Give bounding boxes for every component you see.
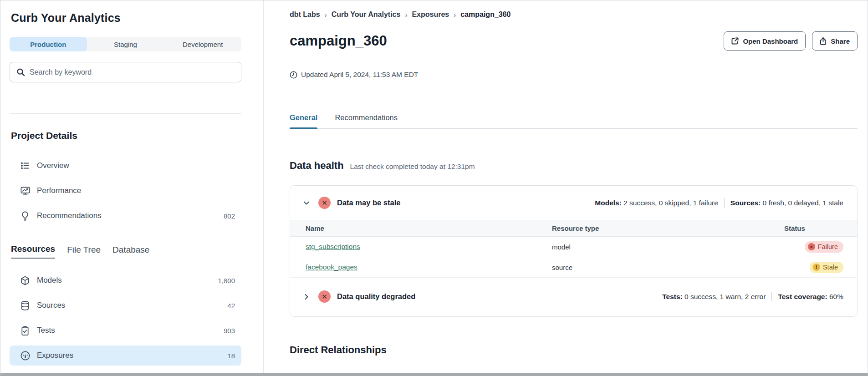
chevron-down-icon[interactable] xyxy=(303,199,311,207)
status-badge-label: Stale xyxy=(823,264,838,271)
resource-type-cell: model xyxy=(552,243,758,251)
status-badge-failure: ✕ Failure xyxy=(805,241,843,253)
sidebar-item-sources[interactable]: Sources 42 xyxy=(10,295,241,315)
item-count: 18 xyxy=(227,352,235,360)
column-header-name: Name xyxy=(306,224,552,232)
failure-x-icon: ✕ xyxy=(808,243,815,250)
env-tab-development[interactable]: Development xyxy=(164,37,241,51)
resource-link-facebook-pages[interactable]: facebook_pages xyxy=(306,263,357,271)
item-count: 1,800 xyxy=(218,277,235,285)
data-health-card: ✕ Data may be stale Models: 2 success, 0… xyxy=(290,185,858,317)
item-count: 802 xyxy=(224,212,235,220)
quality-section-header[interactable]: ✕ Data quality degraded Tests: 0 success… xyxy=(290,278,857,316)
column-header-status: Status xyxy=(758,224,843,232)
tab-recommendations[interactable]: Recommendations xyxy=(335,113,398,128)
resource-type-cell: source xyxy=(552,264,758,271)
stale-section-header[interactable]: ✕ Data may be stale Models: 2 success, 0… xyxy=(290,186,857,220)
stale-warning-icon: ! xyxy=(813,264,820,271)
chevron-right-icon[interactable] xyxy=(303,293,311,300)
cube-icon xyxy=(20,276,30,285)
search-box[interactable] xyxy=(10,62,241,82)
lightbulb-icon xyxy=(20,211,30,221)
project-title: Curb Your Analytics xyxy=(11,11,241,25)
detail-tabs: General Recommendations xyxy=(290,113,858,129)
models-value: 2 success, 0 skipped, 1 failure xyxy=(623,199,718,207)
data-health-header: Data health Last check completed today a… xyxy=(290,160,858,172)
header-actions: Open Dashboard Share xyxy=(724,31,858,51)
external-link-icon xyxy=(731,37,739,45)
tab-database[interactable]: Database xyxy=(112,245,149,259)
sidebar-item-exposures[interactable]: Exposures 18 xyxy=(10,346,241,366)
share-button[interactable]: Share xyxy=(812,31,858,51)
breadcrumb-project[interactable]: Curb Your Analytics xyxy=(332,10,401,19)
table-row: stg_subscriptions model ✕ Failure xyxy=(290,237,857,257)
status-badge-label: Failure xyxy=(818,243,838,250)
status-badge-stale: ! Stale xyxy=(810,262,843,273)
sources-value: 0 fresh, 0 delayed, 1 stale xyxy=(762,199,843,207)
page-title: campaign_360 xyxy=(290,33,387,49)
resource-view-tabs: Resources File Tree Database xyxy=(11,244,241,259)
tab-resources[interactable]: Resources xyxy=(11,244,55,259)
performance-icon xyxy=(20,186,30,195)
sidebar-item-performance[interactable]: Performance xyxy=(10,181,241,201)
stale-resources-table: Name Resource type Status stg_subscripti… xyxy=(290,220,857,278)
last-check-text: Last check completed today at 12:31pm xyxy=(350,163,475,171)
sidebar-item-label: Tests xyxy=(37,326,55,335)
column-header-resource-type: Resource type xyxy=(552,224,758,232)
sidebar-item-label: Overview xyxy=(37,161,69,170)
list-icon xyxy=(20,161,30,170)
sidebar-item-recommendations[interactable]: Recommendations 802 xyxy=(10,206,241,226)
models-label: Models: xyxy=(595,199,622,207)
sources-label: Sources: xyxy=(730,199,761,207)
coverage-label: Test coverage: xyxy=(778,293,827,300)
project-details-list: Overview Performance xyxy=(10,156,241,226)
breadcrumb-dbt-labs[interactable]: dbt Labs xyxy=(290,10,320,19)
stale-section-title: Data may be stale xyxy=(337,198,400,207)
coverage-value: 60% xyxy=(829,293,843,300)
data-health-heading: Data health xyxy=(290,160,344,172)
main-content: dbt Labs › Curb Your Analytics › Exposur… xyxy=(264,0,868,373)
direct-relationships-heading: Direct Relationships xyxy=(290,344,858,356)
quality-section-stats: Tests: 0 success, 1 warn, 2 error Test c… xyxy=(662,292,843,301)
chevron-right-icon: › xyxy=(405,11,407,19)
open-dashboard-label: Open Dashboard xyxy=(743,37,798,45)
breadcrumb-current: campaign_360 xyxy=(460,10,511,19)
sidebar-item-label: Exposures xyxy=(37,351,73,360)
search-icon xyxy=(16,68,25,76)
project-details-heading: Project Details xyxy=(11,130,241,141)
table-header-row: Name Resource type Status xyxy=(290,220,857,237)
stats-divider xyxy=(724,198,725,208)
env-tab-production[interactable]: Production xyxy=(10,37,87,51)
database-icon xyxy=(20,301,30,310)
clipboard-check-icon xyxy=(20,326,30,335)
sidebar-item-overview[interactable]: Overview xyxy=(10,156,241,176)
open-dashboard-button[interactable]: Open Dashboard xyxy=(724,31,806,51)
app-window: Curb Your Analytics Production Staging D… xyxy=(0,0,868,376)
gauge-icon xyxy=(20,351,30,361)
tab-file-tree[interactable]: File Tree xyxy=(67,245,101,259)
sidebar: Curb Your Analytics Production Staging D… xyxy=(0,0,264,373)
env-tab-staging[interactable]: Staging xyxy=(87,37,164,51)
stats-divider xyxy=(771,292,772,301)
sidebar-item-tests[interactable]: Tests 903 xyxy=(10,320,241,340)
share-label: Share xyxy=(831,37,850,45)
sidebar-item-label: Performance xyxy=(37,186,81,195)
sidebar-item-label: Recommendations xyxy=(37,211,102,220)
breadcrumb: dbt Labs › Curb Your Analytics › Exposur… xyxy=(290,10,858,19)
error-x-icon: ✕ xyxy=(318,197,331,209)
updated-timestamp: Updated April 5, 2024, 11:53 AM EDT xyxy=(301,71,418,79)
environment-tabs: Production Staging Development xyxy=(10,37,241,51)
item-count: 903 xyxy=(224,327,235,335)
tests-value: 0 success, 1 warn, 2 error xyxy=(684,293,766,300)
sidebar-divider xyxy=(10,113,241,114)
tab-general[interactable]: General xyxy=(290,113,317,128)
sidebar-item-label: Models xyxy=(37,276,62,285)
sidebar-item-models[interactable]: Models 1,800 xyxy=(10,270,241,290)
updated-row: Updated April 5, 2024, 11:53 AM EDT xyxy=(290,71,858,79)
stale-section-stats: Models: 2 success, 0 skipped, 1 failure … xyxy=(595,198,843,208)
search-input[interactable] xyxy=(30,68,235,76)
clock-icon xyxy=(290,71,297,79)
breadcrumb-exposures[interactable]: Exposures xyxy=(412,10,449,19)
quality-section-title: Data quality degraded xyxy=(337,292,415,301)
resource-link-stg-subscriptions[interactable]: stg_subscriptions xyxy=(306,243,360,250)
